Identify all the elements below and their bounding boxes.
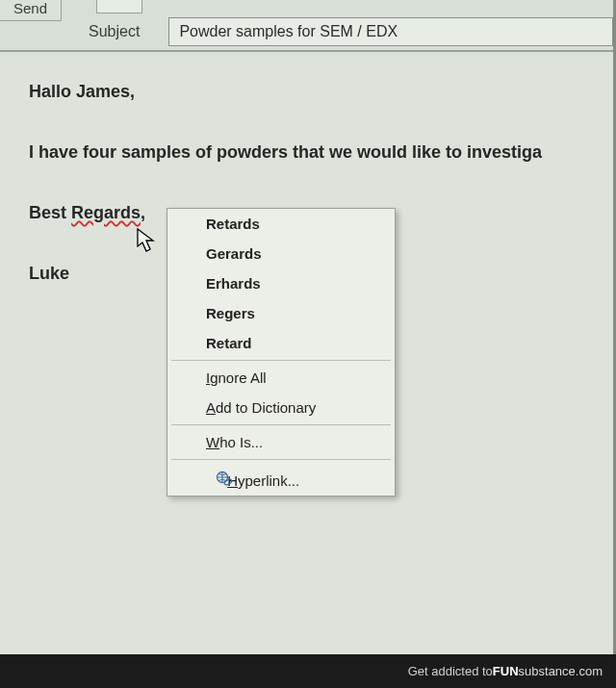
menu-separator	[171, 424, 391, 425]
footer-brand: FUN	[493, 664, 519, 678]
hyperlink-text: yperlink...	[238, 472, 299, 489]
hyperlink-item[interactable]: Hyperlink...	[167, 462, 395, 496]
suggestion-item[interactable]: Retard	[167, 328, 395, 358]
ignore-text: gnore All	[210, 369, 266, 386]
add-to-dictionary-item[interactable]: Add to Dictionary	[167, 393, 395, 422]
spellcheck-context-menu: Retards Gerards Erhards Regers Retard Ig…	[167, 208, 396, 497]
ignore-all-item[interactable]: Ignore All	[167, 363, 395, 393]
footer-dot: .com	[576, 664, 603, 678]
email-compose-window: Send Subject Hallo James, I have four sa…	[0, 0, 616, 654]
suggestion-item[interactable]: Regers	[167, 298, 395, 328]
whois-text: ho Is...	[219, 434, 263, 450]
watermark-footer: Get addicted to FUNsubstance.com	[0, 654, 616, 688]
subject-label: Subject	[79, 19, 157, 44]
closing-prefix: Best	[29, 203, 71, 222]
hyperlink-icon	[216, 471, 233, 489]
send-button[interactable]: Send	[0, 0, 62, 21]
closing-suffix: ,	[141, 203, 145, 222]
subject-row: Subject	[79, 17, 613, 46]
header-small-field[interactable]	[96, 0, 142, 13]
menu-separator	[171, 360, 391, 361]
who-is-item[interactable]: Who Is...	[167, 427, 395, 457]
mouse-cursor-icon	[137, 228, 158, 255]
compose-header: Send Subject	[0, 0, 613, 52]
suggestion-item[interactable]: Retards	[167, 209, 395, 239]
adddict-text: dd to Dictionary	[216, 399, 316, 416]
footer-lead: Get addicted to	[408, 664, 493, 678]
suggestion-item[interactable]: Gerards	[167, 239, 395, 268]
footer-sub: substance	[519, 664, 576, 678]
body-greeting: Hallo James,	[29, 79, 605, 105]
closing-misspelled-word[interactable]: Regards	[71, 203, 141, 222]
subject-input[interactable]	[168, 17, 613, 46]
body-paragraph: I have four samples of powders that we w…	[29, 140, 605, 166]
svg-point-1	[223, 478, 232, 486]
suggestion-item[interactable]: Erhards	[167, 268, 395, 298]
menu-separator	[171, 459, 391, 460]
